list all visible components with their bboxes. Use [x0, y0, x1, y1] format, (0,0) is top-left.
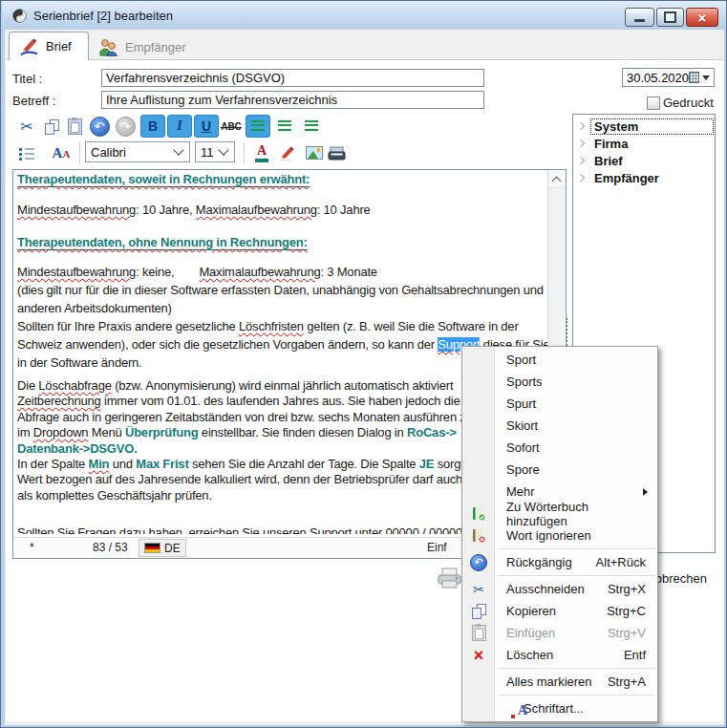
submenu-arrow-icon: [643, 488, 648, 496]
tree-item-label: System: [591, 119, 713, 134]
scissors-icon: ✂: [470, 581, 487, 598]
bold-icon: B: [148, 118, 158, 134]
undo-button[interactable]: ↶: [87, 115, 112, 138]
redo-icon: ↷: [116, 117, 136, 137]
redo-button[interactable]: ↷: [113, 115, 138, 138]
font-color-button[interactable]: A: [249, 141, 274, 164]
editor-line: Mindestaufbewahrung: 10 Jahre, Maximalau…: [17, 203, 371, 217]
copy-button[interactable]: [39, 115, 64, 138]
tree-item-empfaenger[interactable]: Empfänger: [573, 169, 715, 186]
scroll-up-button[interactable]: [548, 171, 565, 188]
menu-item-select-all[interactable]: Alles markierenStrg+A: [462, 671, 657, 693]
insert-mode-indicator: Einf: [427, 541, 447, 554]
menu-item-paste[interactable]: EinfügenStrg+V: [462, 622, 657, 644]
list-button[interactable]: [14, 141, 39, 164]
underline-button[interactable]: U: [194, 115, 219, 138]
paste-button[interactable]: [62, 115, 87, 138]
picture-icon: [306, 146, 323, 160]
date-dropdown-icon: [702, 75, 710, 80]
italic-button[interactable]: I: [167, 115, 192, 138]
gedruckt-checkbox[interactable]: [647, 96, 660, 110]
editor-heading: Therapeutendaten, ohne Nennung in Rechnu…: [17, 235, 308, 250]
chevron-down-icon: [218, 144, 228, 155]
menu-separator: [498, 695, 654, 696]
gedruckt-label: Gedruckt: [663, 96, 714, 110]
dialog-window: Serienbrief [2] bearbeiten × Brief Empfä…: [0, 0, 727, 728]
chevron-right-icon: [577, 157, 585, 164]
delete-x-icon: ×: [470, 647, 487, 664]
bullet-list-icon: [19, 146, 34, 160]
betreff-input[interactable]: [101, 91, 484, 109]
font-name-value: Calibri: [86, 145, 175, 160]
close-button[interactable]: ×: [686, 8, 718, 27]
font-size-value: 11: [196, 145, 220, 160]
font-dialog-icon: AA: [53, 146, 71, 161]
align-right-button[interactable]: [299, 115, 324, 138]
undo-icon: ↶: [90, 117, 110, 137]
menu-item-ignore-word[interactable]: Wort ignorieren: [462, 525, 657, 546]
undo-icon: ↶: [470, 554, 487, 571]
date-picker[interactable]: 30.05.2020: [622, 68, 715, 87]
clipped-text-line: Sollten Sie Fragen dazu haben, erreichen…: [17, 526, 469, 534]
language-button[interactable]: DE: [139, 539, 186, 557]
dictionary-add-icon: [470, 505, 487, 523]
close-icon: ×: [698, 11, 707, 25]
print-button[interactable]: [436, 567, 462, 590]
paste-icon: [68, 118, 82, 135]
bold-button[interactable]: B: [140, 115, 165, 138]
menu-item-suggestion[interactable]: Sports: [462, 371, 657, 393]
font-letter-icon: A: [514, 702, 531, 719]
align-center-icon: [278, 120, 291, 132]
menu-item-suggestion[interactable]: Sport: [462, 349, 657, 371]
menu-item-cut[interactable]: ✂ AusschneidenStrg+X: [462, 578, 657, 600]
scissors-icon: ✂: [20, 118, 32, 136]
align-center-button[interactable]: [272, 115, 297, 138]
font-dialog-button[interactable]: AA: [49, 141, 74, 164]
chevron-right-icon: [577, 174, 585, 182]
font-name-combo[interactable]: Calibri: [85, 141, 190, 162]
menu-item-undo[interactable]: ↶ RückgängigAlt+Rück: [462, 551, 657, 573]
titel-label: Titel :: [12, 72, 42, 86]
titel-input[interactable]: [101, 69, 484, 87]
copy-icon: [470, 603, 487, 620]
scan-button[interactable]: [324, 141, 349, 164]
maximize-icon: [664, 11, 676, 23]
tab-brief[interactable]: Brief: [9, 32, 89, 60]
highlight-button[interactable]: [274, 141, 299, 164]
chevron-down-icon: [173, 144, 183, 155]
strikethrough-button[interactable]: ABC: [219, 115, 244, 138]
cut-button[interactable]: ✂: [14, 115, 39, 138]
menu-item-delete[interactable]: × LöschenEntf: [462, 644, 657, 666]
menu-item-suggestion[interactable]: Spurt: [462, 393, 657, 415]
tree-item-label: Firma: [591, 137, 631, 151]
tab-empfaenger[interactable]: Empfänger: [98, 35, 186, 58]
italic-icon: I: [177, 118, 182, 134]
align-left-icon: [251, 120, 265, 132]
underline-icon: U: [202, 118, 211, 134]
dictionary-ignore-icon: [470, 527, 487, 545]
menu-item-font[interactable]: A Schriftart...: [462, 697, 657, 719]
tabstrip-divider: [6, 59, 723, 60]
tree-item-brief[interactable]: Brief: [573, 152, 715, 169]
tab-brief-label: Brief: [46, 39, 72, 54]
maximize-button[interactable]: [656, 8, 684, 27]
font-size-combo[interactable]: 11: [195, 141, 235, 162]
highlighter-pencil-icon: [278, 144, 295, 161]
menu-item-suggestion[interactable]: Skiort: [462, 415, 657, 437]
copy-icon: [45, 119, 59, 134]
window-title: Serienbrief [2] bearbeiten: [33, 9, 173, 23]
menu-item-copy[interactable]: KopierenStrg+C: [462, 600, 657, 622]
align-left-button[interactable]: [246, 115, 270, 138]
menu-item-suggestion[interactable]: Sofort: [462, 437, 657, 459]
minimize-button[interactable]: [625, 8, 654, 27]
toolbar-separator: [244, 142, 245, 163]
align-right-icon: [305, 120, 318, 132]
modified-indicator: *: [30, 541, 34, 554]
menu-separator: [498, 668, 654, 669]
pencil-icon: [18, 37, 39, 56]
tree-item-firma[interactable]: Firma: [573, 135, 715, 152]
menu-item-suggestion[interactable]: Spore: [462, 459, 657, 481]
tree-item-system[interactable]: System: [573, 118, 715, 135]
menu-item-add-to-dictionary[interactable]: Zu Wörterbuch hinzufügen: [462, 503, 657, 525]
spellcheck-context-menu: Sport Sports Spurt Skiort Sofort Spore M…: [461, 346, 658, 722]
